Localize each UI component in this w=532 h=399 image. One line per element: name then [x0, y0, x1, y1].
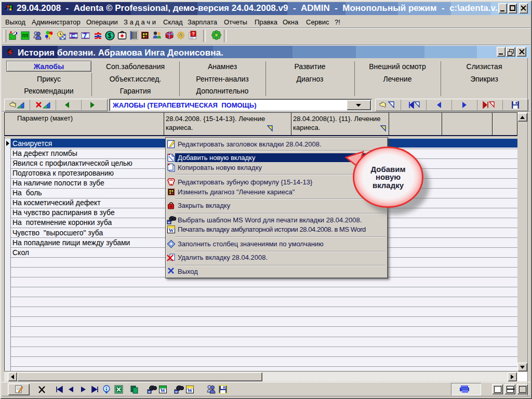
svg-text:W: W	[161, 388, 166, 393]
svg-text:C: C	[71, 33, 75, 39]
svg-text:$: $	[108, 32, 112, 39]
svg-text:W: W	[169, 228, 174, 233]
svg-text:w: w	[148, 390, 151, 393]
svg-text:7: 7	[83, 32, 87, 39]
svg-text:w: w	[175, 390, 178, 393]
svg-text:w: w	[167, 221, 170, 224]
svg-text:?: ?	[192, 31, 194, 36]
svg-text:W: W	[188, 388, 193, 393]
